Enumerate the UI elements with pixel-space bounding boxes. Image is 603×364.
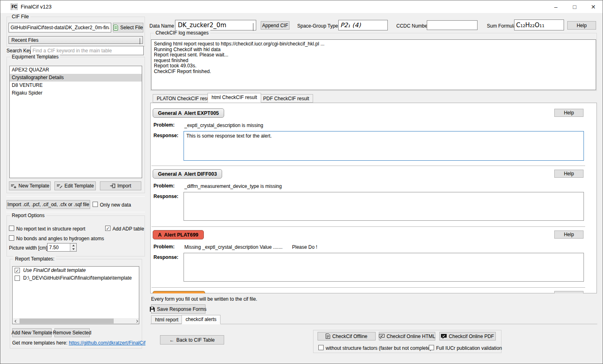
close-button[interactable]: ✕ (584, 0, 603, 13)
ccdc-number-input[interactable] (427, 20, 478, 30)
scroll-right-icon[interactable] (134, 318, 139, 324)
alert-help-button[interactable]: Help (554, 109, 584, 117)
full-iucr-validation-checkbox[interactable] (429, 345, 434, 350)
recent-files-dropdown[interactable]: Recent Files (9, 36, 143, 44)
remove-selected-label: Remove Selected (53, 330, 91, 336)
add-new-template-label: Add New Template (11, 330, 52, 336)
response-textarea[interactable]: This is some response text for the alert… (184, 131, 584, 161)
new-template-label: New Template (19, 183, 50, 189)
log-line: Report request sent. Please wait... (154, 52, 593, 58)
minimize-button[interactable]: – (547, 0, 565, 13)
checkcif-online-html-label: Checkcif Online HTML (387, 334, 435, 339)
select-file-button[interactable]: Select File (113, 23, 143, 32)
checkcif-online-pdf-button[interactable]: Checkcif Online PDF (439, 332, 496, 340)
checkcif-log-group-label: CheckCIF log messages (154, 30, 210, 36)
sum-formula-input[interactable] (514, 19, 564, 30)
back-to-cif-table-label: Back to CIF Table (176, 337, 215, 343)
add-new-template-button[interactable]: Add New Template (12, 328, 52, 337)
cif-file-group-label: CIF File (10, 14, 30, 19)
checkcif-online-html-button[interactable]: Checkcif Online HTML (379, 332, 435, 340)
checkcif-log-output[interactable]: Sending html report request to https://c… (151, 39, 596, 90)
checkcif-offline-button[interactable]: CheckCif Offline (318, 332, 376, 340)
list-item-equipment[interactable]: D8 VENTURE (10, 82, 142, 89)
import-cif-files-label: Import .cif, .pcf, .cif_od, .cfx or .sqf… (7, 202, 89, 207)
tab-checkcif-alerts[interactable]: checkcif alerts (182, 315, 220, 324)
divider (6, 196, 145, 197)
divider (6, 212, 145, 212)
remove-selected-button[interactable]: Remove Selected (54, 328, 90, 337)
back-to-cif-table-button[interactable]: ← Back to CIF Table (160, 335, 224, 345)
list-item-default-template[interactable]: ✓ Use FinalCif default template (13, 267, 139, 274)
check-icon: ✓ (15, 268, 19, 273)
window-title: FinalCif v123 (21, 4, 52, 10)
save-response-forms-label: Save Response Forms (157, 306, 206, 312)
tab-platon-checkcif[interactable]: PLATON CheckCIF result (153, 94, 216, 103)
new-template-icon (11, 184, 17, 188)
tab-html-checkcif[interactable]: html CheckCIF result (207, 93, 261, 103)
import-template-button[interactable]: Import (100, 181, 141, 190)
cif-file-path-input[interactable] (9, 23, 111, 32)
tab-pdf-checkcif[interactable]: PDF CheckCIF result (259, 94, 313, 103)
only-new-data-checkbox[interactable] (93, 202, 98, 207)
checkcif-alerts-pane: General A Alert EXPT005 Help Problem: _e… (150, 103, 597, 293)
new-template-button[interactable]: New Template (9, 181, 51, 190)
list-item-equipment[interactable]: Rigaku Spider (10, 89, 142, 97)
alert-divider (151, 287, 585, 288)
log-line: Report took 49.03s. (154, 63, 593, 69)
default-template-checkbox[interactable]: ✓ (15, 268, 20, 273)
alert-badge-plat699[interactable]: A Alert PLAT699 (153, 230, 204, 239)
list-item-custom-template[interactable]: D:\_DEV\GitHub\FinalCif\finalcif\templat… (13, 274, 139, 282)
recent-files-label: Recent Files (11, 37, 39, 43)
alert-badge-diff003[interactable]: General A Alert DIFF003 (153, 169, 222, 179)
data-name-value: DK_zucker2_0m (178, 22, 226, 29)
without-structure-factors-checkbox[interactable] (318, 345, 324, 350)
help-button[interactable]: Help (567, 21, 596, 30)
list-item-equipment[interactable]: APEX2 QUAZAR (10, 66, 142, 74)
full-iucr-validation-label: Full IUCr publication validation (436, 345, 502, 351)
save-response-forms-button[interactable]: Save Response Forms (151, 304, 205, 314)
github-link[interactable]: https://github.com/dkratzert/FinalCif (69, 340, 145, 346)
list-item-equipment-selected[interactable]: Crystallographer Details (10, 74, 142, 82)
import-cif-files-button[interactable]: Import .cif, .pcf, .cif_od, .cfx or .sqf… (6, 200, 90, 209)
maximize-button[interactable]: □ (565, 0, 584, 13)
response-textarea[interactable] (184, 253, 584, 282)
scrollbar-thumb[interactable] (19, 319, 114, 323)
picture-width-spin-buttons[interactable] (70, 243, 76, 251)
add-adp-table-checkbox[interactable]: ✓ (105, 226, 110, 231)
no-hydrogen-checkbox[interactable] (9, 235, 14, 241)
alert-badge-expt005[interactable]: General A Alert EXPT005 (153, 108, 224, 118)
app-logo-icon: FC (11, 3, 18, 10)
without-structure-factors-label: without structure factors (faster but no… (326, 345, 432, 351)
import-icon (110, 183, 115, 188)
alert-badge-partial[interactable] (153, 291, 205, 293)
append-cif-label: Append CIF (262, 23, 288, 28)
no-report-text-checkbox[interactable] (9, 226, 14, 231)
append-cif-button[interactable]: Append CIF (261, 21, 290, 30)
data-name-label: Data Name (149, 23, 174, 29)
alert-help-button[interactable]: Help (554, 170, 584, 178)
custom-template-checkbox[interactable] (15, 276, 20, 281)
horizontal-scrollbar[interactable] (13, 318, 139, 324)
spin-down-icon[interactable] (70, 248, 76, 252)
help-label: Help (564, 171, 574, 177)
alert-help-button[interactable]: Help (554, 230, 584, 239)
help-label: Help (564, 232, 574, 237)
scroll-left-icon[interactable] (13, 318, 19, 324)
document-icon (326, 334, 330, 339)
response-textarea[interactable] (184, 192, 584, 221)
spin-up-icon[interactable] (70, 243, 76, 248)
space-group-input[interactable] (338, 20, 388, 30)
bubble-check-filled-icon (441, 334, 447, 339)
app-window: FC FinalCif v123 – □ ✕ CIF File Select F… (0, 0, 603, 364)
picture-width-label: Picture width [cm] (9, 245, 48, 251)
alert-help-button-partial[interactable] (554, 291, 584, 293)
check-icon: ✓ (106, 226, 110, 231)
edit-template-button[interactable]: Edit Template (54, 181, 96, 190)
search-key-label: Search Key (6, 48, 32, 54)
tab-html-report[interactable]: html report (151, 315, 182, 324)
data-name-dropdown[interactable]: DK_zucker2_0m (175, 20, 256, 30)
select-file-label: Select File (120, 25, 143, 30)
checkcif-offline-label: CheckCif Offline (332, 334, 367, 339)
more-templates-text: Get more templates here: https://github.… (12, 340, 145, 346)
problem-text: Missing _exptl_crystal_description Value… (184, 244, 317, 250)
